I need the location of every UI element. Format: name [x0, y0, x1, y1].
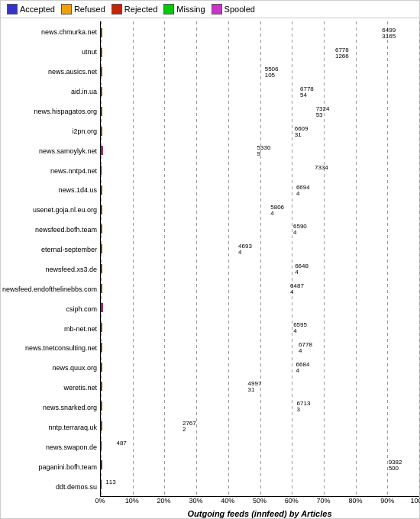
y-label: news.quux.org	[1, 365, 97, 372]
y-label: news.snarked.org	[1, 405, 97, 411]
bar-inner	[101, 284, 102, 293]
bar-value-label: 64874	[289, 283, 304, 295]
y-label: i2pn.org	[1, 128, 97, 135]
x-tick: 0%	[95, 497, 105, 504]
bar-value-label: 53309	[256, 145, 271, 157]
bar-inner	[101, 323, 102, 332]
legend-label: Rejected	[124, 5, 157, 14]
bar-inner	[101, 480, 102, 489]
y-label: weretis.net	[1, 385, 97, 392]
x-tick: 100%	[410, 497, 420, 504]
legend: AcceptedRefusedRejectedMissingSpooled	[1, 1, 419, 18]
bar-inner	[101, 382, 102, 391]
x-tick: 70%	[317, 497, 331, 504]
bar-segment-refused	[102, 127, 102, 136]
bar-inner	[101, 87, 102, 96]
y-label: paganini.bofh.team	[1, 464, 97, 471]
y-label: usenet.goja.nl.eu.org	[1, 207, 97, 214]
bar-row: 53309	[101, 145, 419, 156]
y-label: csiph.com	[1, 306, 97, 313]
bar-value-label: 65904	[292, 224, 307, 236]
x-tick: 50%	[253, 497, 267, 504]
legend-item: Accepted	[7, 4, 55, 15]
bar-segment-refused	[102, 28, 102, 37]
y-labels: news.chmurka.netutnutnews.ausics.netaid.…	[1, 21, 100, 497]
bar-segment-refused	[102, 48, 102, 57]
bar-row: 67133	[101, 401, 419, 411]
bar-inner	[101, 244, 102, 253]
bar-inner	[101, 363, 102, 372]
y-label: news.samoylyk.net	[1, 148, 97, 155]
x-axis-title: Outgoing feeds (innfeed) by Articles	[100, 509, 419, 518]
bar-inner	[101, 146, 103, 155]
legend-color-box	[212, 4, 222, 15]
bar-inner	[101, 303, 103, 312]
y-label: utnut	[1, 49, 97, 56]
x-tick: 20%	[157, 497, 171, 504]
bar-inner	[101, 224, 102, 234]
bar-segment-refused	[102, 185, 102, 195]
x-tick: 30%	[189, 497, 202, 504]
bar-row: 46934	[101, 243, 419, 254]
bar-row: 660931	[101, 126, 419, 137]
bar-value-label: 499731	[247, 381, 262, 393]
y-label: newsfeed.xs3.de	[1, 266, 97, 273]
bar-segment-refused	[102, 244, 102, 253]
x-tick: 10%	[125, 497, 139, 504]
y-label: mb-net.net	[1, 326, 97, 333]
bar-segment-refused	[102, 382, 102, 391]
bar-value-label: 66484	[293, 263, 309, 276]
bar-inner	[101, 166, 102, 175]
legend-item: Spooled	[212, 4, 255, 15]
legend-color-box	[7, 4, 18, 15]
bar-inner	[101, 460, 102, 469]
bar-segment-refused	[102, 67, 102, 76]
bar-value-label: 9382500	[387, 459, 402, 472]
bar-value-label: 7334	[313, 165, 328, 171]
y-label: news.tnetconsulting.net	[1, 345, 97, 352]
y-label: news.chmurka.net	[1, 29, 97, 36]
bar-value-label: 5506105	[263, 66, 279, 79]
bar-inner	[101, 264, 102, 273]
x-tick: 60%	[285, 497, 299, 504]
bar-inner	[101, 48, 102, 57]
bar-row: 499731	[101, 381, 419, 392]
bar-segment-spooled	[102, 303, 103, 312]
bar-segment-spooled	[102, 146, 103, 155]
bar-row: 5506105	[101, 66, 419, 77]
y-label: newsfeed.endofthelinebbs.com	[1, 286, 97, 293]
y-label: ddt.demos.su	[1, 484, 97, 491]
y-label: news.ausics.net	[1, 69, 97, 76]
bar-inner	[101, 67, 102, 76]
y-label: news.1d4.us	[1, 187, 97, 194]
bar-value-label: 66944	[295, 185, 310, 197]
legend-label: Spooled	[225, 5, 255, 14]
bar-segment-refused	[102, 401, 102, 411]
y-label: aid.in.ua	[1, 89, 97, 95]
bar-value-label: 64993165	[380, 27, 396, 40]
legend-color-box	[61, 4, 72, 15]
bar-row: 58064	[101, 205, 419, 215]
bars-area: 6499316567781266550610567785473245366093…	[100, 21, 419, 497]
bar-row: 109444	[101, 302, 419, 313]
legend-item: Missing	[163, 4, 205, 15]
bar-segment-refused	[102, 421, 102, 430]
legend-label: Refused	[74, 5, 105, 14]
bar-value-label: 732453	[315, 106, 330, 118]
bar-inner	[101, 28, 102, 37]
x-tick: 40%	[221, 497, 234, 504]
bar-segment-refused	[102, 343, 102, 352]
bar-value-label: 67133	[296, 401, 311, 413]
bar-value-label: 67781266	[334, 47, 349, 60]
bar-row: 66484	[101, 263, 419, 274]
bar-value-label: 65954	[292, 322, 307, 334]
bar-segment-accepted	[101, 166, 102, 175]
bar-inner	[101, 185, 102, 195]
bar-segment-refused	[102, 87, 102, 96]
bar-segment-accepted	[101, 480, 102, 489]
bar-segment-refused	[102, 224, 102, 234]
bar-value-label: 66844	[295, 362, 310, 374]
bar-value-label: 113	[104, 479, 115, 485]
bar-row: 67781266	[101, 47, 419, 58]
y-label: news.swapon.de	[1, 444, 97, 451]
